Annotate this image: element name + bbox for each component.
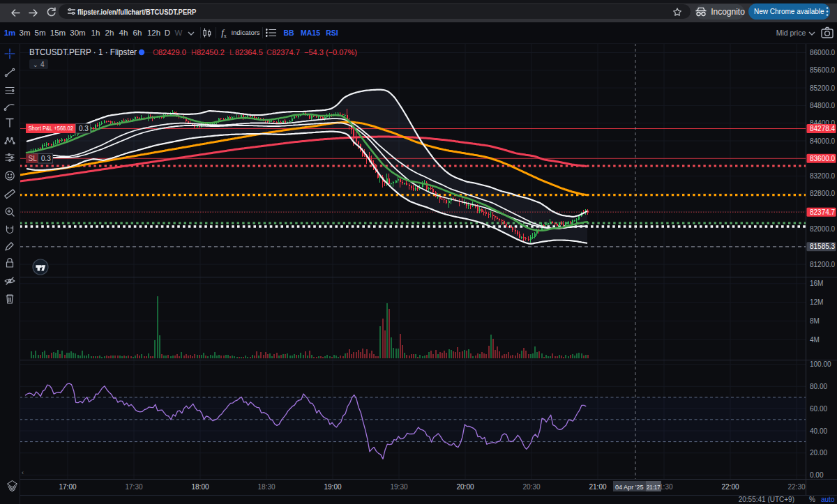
svg-text:19:30: 19:30 (390, 483, 407, 491)
svg-text:20:30: 20:30 (522, 483, 540, 491)
svg-text:83200.0: 83200.0 (810, 172, 836, 180)
svg-text:82000.0: 82000.0 (810, 225, 836, 233)
svg-text:‹: ‹ (22, 469, 24, 476)
svg-text:4M: 4M (810, 336, 820, 344)
svg-text:H: H (191, 48, 197, 56)
svg-text:0.3: 0.3 (41, 155, 51, 162)
svg-text:83600.0: 83600.0 (810, 155, 836, 162)
svg-text:BTCUSDT.PERP · 1 · Flipster: BTCUSDT.PERP · 1 · Flipster (29, 47, 137, 57)
svg-text:−54.3 (−0.07%): −54.3 (−0.07%) (304, 48, 357, 56)
svg-text:82374.7: 82374.7 (810, 208, 836, 216)
svg-text:17:00: 17:00 (59, 483, 76, 491)
svg-text:04 Apr '25: 04 Apr '25 (615, 483, 644, 491)
svg-text:C: C (266, 48, 272, 56)
svg-text:84000.0: 84000.0 (810, 137, 836, 145)
svg-text:0.3: 0.3 (79, 125, 89, 132)
svg-text:100.00: 100.00 (810, 360, 831, 368)
svg-text:20:55:41 (UTC+9): 20:55:41 (UTC+9) (739, 496, 794, 503)
svg-text:85600.0: 85600.0 (810, 66, 836, 74)
svg-text:8M: 8M (810, 317, 820, 325)
svg-text:%: % (809, 496, 815, 503)
svg-text:21:00: 21:00 (589, 483, 606, 491)
svg-text:40.00: 40.00 (810, 427, 827, 435)
svg-text:84800.0: 84800.0 (810, 102, 836, 109)
svg-text:84278.4: 84278.4 (810, 125, 836, 132)
svg-text:12M: 12M (810, 298, 823, 306)
svg-text:20:00: 20:00 (456, 483, 474, 491)
svg-text:0.00: 0.00 (810, 471, 824, 479)
svg-text:82450.2: 82450.2 (197, 48, 225, 56)
svg-text:4: 4 (40, 61, 45, 68)
svg-text:18:00: 18:00 (191, 483, 209, 491)
svg-text:22:00: 22:00 (721, 483, 739, 491)
svg-text:85200.0: 85200.0 (810, 84, 836, 92)
svg-text:16M: 16M (810, 280, 823, 287)
svg-text:60.00: 60.00 (810, 405, 827, 413)
svg-text:auto: auto (821, 496, 835, 503)
svg-text:82800.0: 82800.0 (810, 190, 836, 197)
svg-text:86000.0: 86000.0 (810, 49, 836, 56)
svg-text:81585.3: 81585.3 (810, 243, 836, 250)
svg-text:⌄: ⌄ (33, 61, 38, 68)
svg-text:Short P&L +568.02: Short P&L +568.02 (29, 125, 74, 132)
svg-text:22:30: 22:30 (787, 483, 805, 491)
svg-text:81200.0: 81200.0 (810, 261, 836, 268)
svg-text:82374.7: 82374.7 (272, 48, 300, 56)
svg-text:20.00: 20.00 (810, 449, 827, 457)
svg-text:21:17: 21:17 (647, 483, 661, 491)
svg-text:SL: SL (29, 155, 38, 162)
svg-text:82429.0: 82429.0 (158, 48, 186, 56)
svg-text:82364.5: 82364.5 (235, 48, 263, 56)
svg-text:19:00: 19:00 (324, 483, 341, 491)
svg-text:17:30: 17:30 (125, 483, 142, 491)
svg-text:L: L (229, 48, 234, 56)
svg-text:18:30: 18:30 (257, 483, 275, 491)
svg-text:80.00: 80.00 (810, 383, 827, 390)
